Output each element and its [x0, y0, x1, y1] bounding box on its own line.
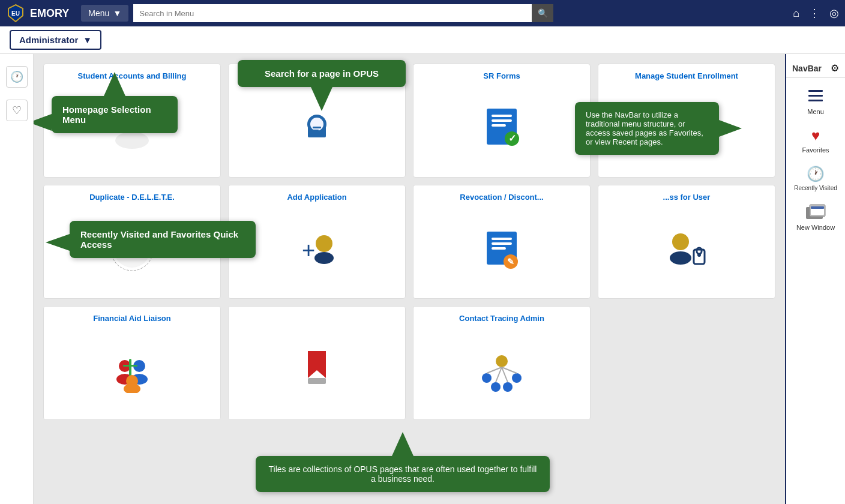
tile-contact-tracing-icon: [478, 329, 526, 412]
logo-text: EMORY: [30, 7, 69, 20]
svg-point-38: [672, 233, 689, 250]
tile-financial-aid-title: Financial Aid Liaison: [51, 314, 213, 323]
home-icon[interactable]: ⌂: [793, 7, 799, 20]
svg-rect-34: [492, 242, 512, 245]
navbar-item-favorites[interactable]: ♥ Favorites: [786, 121, 845, 160]
svg-rect-35: [492, 247, 506, 250]
svg-rect-63: [808, 95, 823, 97]
svg-point-56: [491, 382, 501, 392]
tile-user-access-title: ...ss for User: [606, 193, 768, 202]
svg-text:✎: ✎: [507, 257, 514, 266]
header-icons: ⌂ ⋮ ◎: [793, 7, 839, 20]
tile-sr-forms-title: SR Forms: [421, 71, 583, 80]
tile-student-accounts-title: Student Accounts and Billing: [51, 71, 213, 80]
svg-rect-41: [697, 248, 702, 254]
new-window-icon: [805, 203, 826, 224]
callout-recently-visited: Recently Visited and Favorites Quick Acc…: [70, 221, 256, 258]
tile-add-application-icon: +: [293, 208, 341, 291]
navbar-item-menu[interactable]: Menu: [786, 84, 845, 121]
svg-text:✓: ✓: [508, 133, 516, 143]
menu-chevron-icon: ▼: [113, 8, 121, 18]
heart-icon: ♥: [811, 127, 820, 144]
search-button[interactable]: 🔍: [532, 4, 553, 22]
navbar-item-new-window[interactable]: New Window: [786, 197, 845, 237]
svg-marker-51: [308, 351, 326, 378]
svg-rect-13: [492, 119, 512, 122]
header: EU EMORY Menu ▼ 🔍 ⌂ ⋮ ◎: [0, 0, 845, 26]
svg-text:EU: EU: [11, 10, 20, 17]
tile-duplicate-title: Duplicate - D.E.L.E.T.E.: [51, 193, 213, 202]
navbar-item-recently-visited[interactable]: 🕐 Recently Visited: [786, 160, 845, 197]
accessibility-icon[interactable]: ◎: [829, 7, 839, 20]
navbar-recently-visited-label: Recently Visited: [794, 185, 837, 191]
svg-rect-14: [492, 124, 506, 127]
svg-rect-12: [492, 115, 512, 117]
search-input[interactable]: [133, 4, 532, 22]
tile-financial-aid[interactable]: Financial Aid Liaison: [43, 306, 221, 420]
svg-rect-64: [808, 100, 823, 101]
callout-tiles-text: Tiles are collections of OPUS pages that…: [269, 464, 537, 484]
callout-navbar: Use the NavBar to utilize a traditional …: [575, 102, 719, 155]
admin-dropdown[interactable]: Administrator ▼: [10, 30, 101, 50]
navbar-header: NavBar ⚙: [786, 59, 845, 78]
search-bar: 🔍: [133, 4, 553, 22]
tile-sr-forms-icon: ✓: [481, 86, 523, 170]
svg-point-57: [503, 382, 513, 392]
svg-rect-10: [313, 130, 319, 131]
tile-bookmarks-icon: [296, 320, 338, 412]
callout-homepage: Homepage Selection Menu: [52, 96, 178, 133]
tile-manage-enrollment-title: Manage Student Enrollment: [606, 71, 768, 80]
svg-point-54: [482, 373, 492, 383]
logo: EU EMORY: [6, 4, 69, 23]
svg-rect-68: [811, 206, 824, 209]
tile-revocation[interactable]: Revocation / Discont... ✎: [413, 185, 591, 299]
tile-user-access[interactable]: ...ss for User: [598, 185, 775, 299]
callout-tiles: Tiles are collections of OPUS pages that…: [256, 456, 550, 492]
favorites-quick-icon[interactable]: ♡: [6, 100, 28, 121]
svg-point-53: [496, 355, 508, 367]
emory-shield-icon: EU: [6, 4, 25, 23]
tile-sr-forms[interactable]: SR Forms ✓: [413, 64, 591, 178]
svg-point-8: [310, 118, 323, 131]
svg-rect-48: [123, 365, 137, 367]
svg-point-31: [314, 252, 334, 264]
recently-visited-quick-icon[interactable]: 🕐: [6, 66, 28, 88]
navbar-new-window-label: New Window: [796, 224, 835, 231]
tile-financial-aid-icon: [108, 329, 156, 412]
content-area: Student Accounts and Billing t Data View: [34, 54, 785, 504]
svg-rect-9: [313, 127, 321, 128]
admin-label: Administrator: [19, 35, 78, 45]
svg-point-55: [512, 373, 522, 383]
svg-point-50: [124, 383, 140, 393]
callout-recently-visited-text: Recently Visited and Favorites Quick Acc…: [80, 229, 238, 250]
svg-rect-33: [492, 238, 512, 240]
more-options-icon[interactable]: ⋮: [809, 7, 820, 20]
menu-label: Menu: [88, 8, 109, 18]
navbar-menu-label: Menu: [807, 108, 824, 115]
clock-icon: 🕐: [807, 166, 825, 182]
callout-search: Search for a page in OPUS: [238, 60, 406, 87]
svg-point-42: [697, 253, 701, 257]
tile-revocation-icon: ✎: [481, 208, 523, 291]
svg-text:+: +: [302, 238, 315, 263]
tile-user-access-icon: [663, 208, 711, 291]
navbar-title: NavBar: [792, 64, 822, 73]
main-layout: 🕐 ♡ Student Accounts and Billing t Data …: [0, 54, 845, 504]
navbar-settings-icon[interactable]: ⚙: [831, 62, 839, 74]
svg-point-30: [316, 235, 332, 252]
admin-chevron-icon: ▼: [83, 35, 92, 45]
menu-button[interactable]: Menu ▼: [81, 5, 128, 22]
navbar-favorites-label: Favorites: [802, 146, 829, 154]
tile-contact-tracing[interactable]: Contact Tracing Admin: [413, 306, 591, 420]
navbar-panel: NavBar ⚙ Menu ♥ Favorites 🕐 Recently Vis…: [785, 54, 845, 504]
callout-search-text: Search for a page in OPUS: [265, 68, 379, 79]
callout-homepage-text: Homepage Selection Menu: [62, 104, 151, 125]
left-quick-bar: 🕐 ♡: [0, 54, 34, 504]
tile-bookmarks[interactable]: [228, 306, 406, 420]
tile-add-application-title: Add Application: [236, 193, 398, 202]
sub-header: Administrator ▼: [0, 26, 845, 54]
callout-navbar-text: Use the NavBar to utilize a traditional …: [586, 110, 703, 146]
menu-bars-icon: [808, 90, 823, 106]
svg-point-5: [115, 132, 149, 149]
tile-contact-tracing-title: Contact Tracing Admin: [421, 314, 583, 323]
